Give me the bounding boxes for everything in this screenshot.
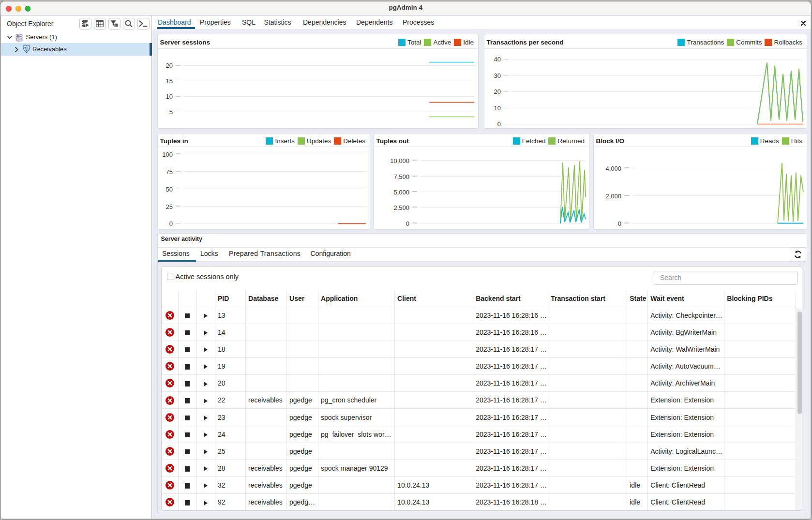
svg-text:10: 10 <box>494 104 501 112</box>
svg-text:25: 25 <box>166 203 173 210</box>
svg-text:0: 0 <box>169 220 173 227</box>
svg-text:10: 10 <box>166 93 173 100</box>
svg-text:7,500: 7,500 <box>393 173 409 180</box>
svg-text:2,000: 2,000 <box>605 192 621 199</box>
svg-text:50: 50 <box>166 186 173 193</box>
svg-text:30: 30 <box>494 72 501 79</box>
svg-text:100: 100 <box>162 150 173 158</box>
svg-text:5,000: 5,000 <box>393 188 409 195</box>
svg-text:20: 20 <box>494 88 501 95</box>
svg-text:5: 5 <box>169 108 173 116</box>
svg-text:0: 0 <box>406 220 409 227</box>
svg-text:40: 40 <box>494 56 501 63</box>
svg-text:15: 15 <box>166 77 173 85</box>
svg-text:0: 0 <box>497 120 501 128</box>
svg-text:20: 20 <box>166 62 173 69</box>
svg-text:10,000: 10,000 <box>390 157 409 164</box>
svg-text:0: 0 <box>618 220 621 227</box>
svg-text:75: 75 <box>166 168 173 176</box>
svg-text:4,000: 4,000 <box>605 164 621 172</box>
svg-text:2,500: 2,500 <box>393 204 409 211</box>
